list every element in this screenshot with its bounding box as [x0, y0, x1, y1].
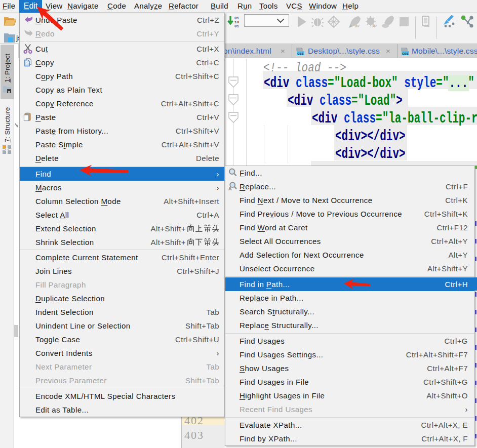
svg-text:A: A — [228, 186, 232, 191]
svg-text:css: css — [297, 51, 304, 56]
svg-text:JR: JR — [354, 24, 360, 28]
svg-text:01: 01 — [234, 24, 240, 28]
svg-text:JR: JR — [372, 24, 377, 28]
svg-text:01: 01 — [234, 16, 240, 20]
svg-text:10: 10 — [234, 20, 240, 24]
svg-text:css: css — [402, 51, 409, 56]
